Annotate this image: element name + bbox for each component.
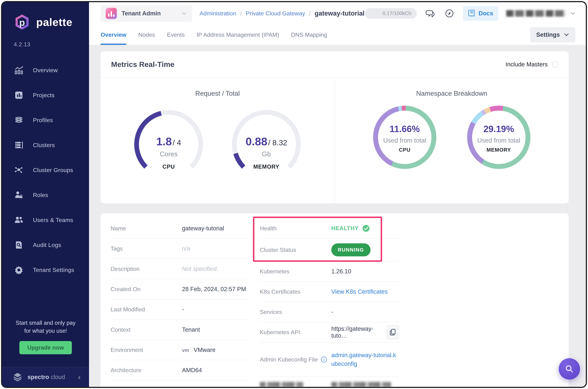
admin-kubeconfig-link[interactable]: admin.gateway-tutorial.kubeconfig — [331, 351, 399, 368]
breadcrumb-private-cloud-gateway[interactable]: Private Cloud Gateway — [246, 10, 305, 17]
redacted-label — [260, 382, 303, 387]
tab-ipam[interactable]: IP Address Management (IPAM) — [197, 25, 279, 45]
sidebar-item-clusters[interactable]: Clusters — [2, 140, 89, 150]
sidebar-item-label: Tenant Settings — [33, 267, 74, 273]
metrics-card-body: Request / Total 1.8 / 4 Cores CPU — [100, 78, 569, 203]
sidebar-collapse-chevron-icon[interactable]: ‹ — [78, 373, 81, 381]
metrics-card-header: Metrics Real-Time Include Masters — [100, 51, 569, 78]
roles-user-lock-icon — [14, 190, 24, 200]
search-icon — [564, 364, 574, 374]
compass-explore-icon[interactable] — [444, 8, 455, 19]
include-masters-label: Include Masters — [505, 61, 548, 68]
sidebar: p palette 4.2.13 Overview Projects — [2, 2, 89, 387]
include-masters-control: Include Masters — [505, 61, 558, 68]
breadcrumb-current-page: gateway-tutorial — [315, 10, 364, 17]
floating-search-button[interactable] — [559, 358, 580, 380]
health-status-text: HEALTHY — [331, 225, 359, 232]
docs-button[interactable]: Docs — [463, 6, 498, 21]
clusters-server-icon — [14, 140, 24, 150]
detail-row-health: Health HEALTHY — [260, 218, 399, 239]
include-masters-checkbox[interactable] — [552, 62, 558, 67]
request-total-panel: Request / Total 1.8 / 4 Cores CPU — [100, 78, 335, 203]
sidebar-item-label: Users & Teams — [33, 217, 73, 224]
settings-button[interactable]: Settings — [530, 27, 575, 42]
upgrade-promo: Start small and only pay for what you us… — [2, 319, 89, 361]
chevron-down-icon — [181, 12, 187, 15]
sidebar-item-label: Audit Logs — [33, 242, 61, 248]
request-total-title: Request / Total — [195, 90, 240, 97]
detail-row-services: Services - — [260, 302, 399, 322]
detail-row-kubernetes: Kubernetes 1.26.10 — [260, 261, 399, 282]
chevron-down-icon — [564, 33, 569, 36]
cluster-details-card: Name gateway-tutorial Tags n/a Descripti… — [100, 213, 569, 387]
detail-row-environment: Environment vm VMware — [111, 340, 250, 360]
sidebar-item-label: Roles — [33, 192, 48, 198]
detail-row-last-modified: Last Modified - — [111, 299, 250, 320]
feedback-chat-icon[interactable] — [425, 8, 436, 19]
audit-logs-icon — [14, 240, 24, 250]
info-icon[interactable] — [321, 356, 327, 363]
memory-donut-percent: 29.19% — [467, 124, 530, 134]
memory-gauge-label: MEMORY — [232, 163, 301, 170]
tab-events[interactable]: Events — [167, 25, 185, 45]
sidebar-item-audit-logs[interactable]: Audit Logs — [2, 240, 89, 250]
cpu-donut-label: CPU — [373, 147, 436, 153]
memory-gauge-chart: 0.88 / 8.32 Gb MEMORY — [232, 110, 301, 179]
sidebar-item-tenant-settings[interactable]: Tenant Settings — [2, 265, 89, 275]
detail-row-admin-kubeconfig: Admin Kubeconfig File admin.gateway-tuto… — [260, 343, 399, 377]
app-version: 4.2.13 — [2, 31, 89, 48]
detail-row-tags: Tags n/a — [111, 239, 250, 259]
healthy-check-icon — [362, 225, 370, 232]
sidebar-item-overview[interactable]: Overview — [2, 65, 89, 75]
tab-bar: Overview Nodes Events IP Address Managem… — [89, 25, 586, 45]
sidebar-item-roles[interactable]: Roles — [2, 190, 89, 200]
sidebar-item-label: Clusters — [33, 142, 55, 149]
tab-overview[interactable]: Overview — [100, 25, 126, 45]
cpu-gauge-value: 1.8 / 4 Cores — [134, 135, 203, 158]
sidebar-item-label: Cluster Groups — [33, 167, 73, 173]
docs-label: Docs — [479, 10, 493, 17]
app-window: p palette 4.2.13 Overview Projects — [1, 1, 587, 388]
detail-row-architecture: Architecture AMD64 — [111, 360, 250, 381]
sidebar-item-label: Profiles — [33, 117, 53, 124]
gear-icon — [14, 265, 24, 275]
view-k8s-certificates-link[interactable]: View K8s Certificates — [331, 288, 399, 295]
breadcrumb-administration[interactable]: Administration — [199, 10, 236, 17]
upgrade-now-button[interactable]: Upgrade now — [19, 341, 72, 354]
user-menu[interactable] — [506, 10, 575, 17]
main-area: Tenant Admin Administration / Private Cl… — [89, 2, 586, 387]
vmware-icon: vm — [182, 348, 189, 353]
cpu-gauge-label: CPU — [134, 163, 203, 170]
copy-button[interactable] — [387, 325, 399, 339]
palette-hexagon-logo-icon: p — [13, 13, 31, 31]
redacted-value — [331, 382, 391, 387]
namespace-breakdown-panel: Namespace Breakdown 11.66% Used from tot… — [335, 78, 569, 203]
usage-quota-pill: 0.17/100kCh — [365, 8, 417, 19]
tab-nodes[interactable]: Nodes — [138, 25, 155, 45]
sidebar-footer: spectro cloud ‹ — [2, 367, 89, 387]
donuts-row: 11.66% Used from total CPU 29.19% Used f… — [373, 106, 530, 169]
sidebar-item-cluster-groups[interactable]: Cluster Groups — [2, 165, 89, 175]
tenant-scope-selector[interactable]: Tenant Admin — [100, 5, 192, 22]
tenant-selector-label: Tenant Admin — [122, 10, 161, 17]
projects-icon — [14, 90, 24, 100]
page-content: Metrics Real-Time Include Masters Reques… — [89, 45, 586, 387]
detail-row-k8s-certificates: K8s Certificates View K8s Certificates — [260, 282, 399, 302]
profiles-layers-icon — [14, 115, 24, 125]
sidebar-item-users-teams[interactable]: Users & Teams — [2, 215, 89, 225]
gauges-row: 1.8 / 4 Cores CPU 0.88 — [134, 110, 301, 179]
memory-gauge-value: 0.88 / 8.32 Gb — [232, 135, 301, 158]
sidebar-item-projects[interactable]: Projects — [2, 90, 89, 100]
promo-text-line2: for what you use! — [8, 327, 84, 335]
tabs: Overview Nodes Events IP Address Managem… — [100, 25, 327, 45]
detail-row-context: Context Tenant — [111, 320, 250, 340]
breadcrumb: Administration / Private Cloud Gateway /… — [199, 10, 364, 17]
palette-logo: p palette — [2, 2, 89, 31]
book-icon — [468, 9, 475, 17]
sidebar-item-label: Overview — [33, 67, 58, 74]
copy-icon — [390, 328, 396, 336]
tab-dns-mapping[interactable]: DNS Mapping — [291, 25, 327, 45]
cluster-groups-network-icon — [14, 165, 24, 175]
sidebar-item-profiles[interactable]: Profiles — [2, 115, 89, 125]
details-right-column: Health HEALTHY Cluster Status RUNNING — [260, 218, 399, 387]
